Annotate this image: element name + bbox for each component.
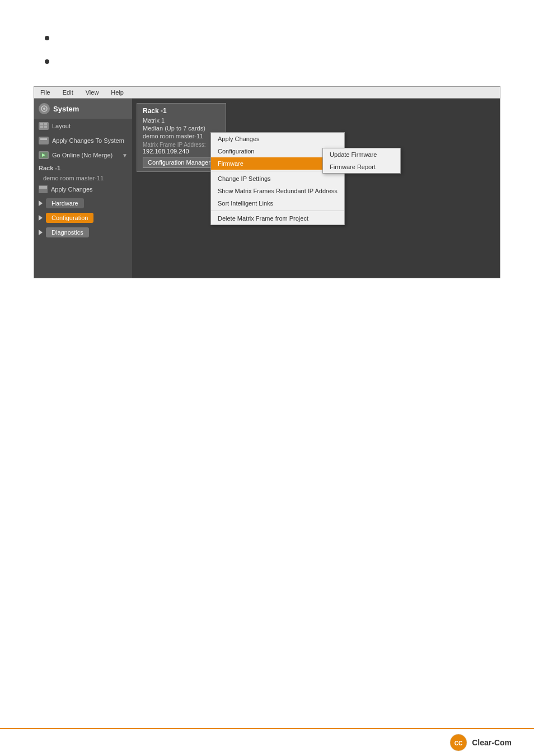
config-arrow-icon: [39, 215, 43, 221]
clear-com-logo: CC Clear-Com: [449, 734, 512, 752]
sidebar-rack-label: Rack -1: [34, 162, 132, 174]
bullet-dot-1: [45, 36, 49, 40]
info-card-ip: 192.168.109.240: [143, 148, 220, 155]
info-card-ip-label: Matrix Frame IP Address:: [143, 142, 220, 148]
menu-bar: File Edit View Help: [34, 87, 500, 99]
bullet-item-2: [45, 57, 534, 64]
ctx-delete-frame[interactable]: Delete Matrix Frame from Project: [211, 212, 344, 225]
apply-system-icon: [39, 137, 49, 144]
svg-rect-2: [40, 123, 43, 125]
sidebar-apply-changes[interactable]: Apply Changes: [34, 183, 132, 196]
submenu: Update Firmware Firmware Report: [322, 148, 401, 174]
sidebar-go-online[interactable]: Go Online (No Merge) ▼: [34, 148, 132, 162]
diagnostics-arrow-icon: [39, 230, 43, 235]
ctx-firmware-label: Firmware: [218, 160, 243, 167]
page-footer: CC Clear-Com: [0, 728, 534, 756]
sidebar-configuration[interactable]: Configuration: [34, 211, 132, 225]
submenu-firmware-report[interactable]: Firmware Report: [323, 161, 400, 173]
bullet-item-1: [45, 34, 534, 40]
ctx-apply-changes[interactable]: Apply Changes: [211, 133, 344, 145]
apply-changes-icon: [39, 185, 48, 193]
go-online-label: Go Online (No Merge): [52, 152, 113, 158]
svg-rect-11: [39, 186, 47, 189]
info-card-median: Median (Up to 7 cards): [143, 125, 220, 132]
apply-system-label: Apply Changes To System: [52, 137, 124, 144]
sidebar-title: System: [53, 105, 79, 113]
svg-rect-5: [44, 126, 47, 128]
go-online-arrow: ▼: [122, 152, 128, 158]
apply-changes-label: Apply Changes: [51, 186, 93, 193]
system-icon: [39, 103, 50, 114]
svg-rect-3: [44, 123, 47, 125]
ctx-change-ip[interactable]: Change IP Settings: [211, 172, 344, 185]
configuration-label: Configuration: [46, 213, 93, 223]
bullet-section: [45, 34, 534, 64]
hardware-arrow-icon: [39, 200, 43, 206]
hardware-label: Hardware: [46, 198, 84, 208]
app-window: File Edit View Help System: [34, 86, 500, 278]
ctx-show-redundant-label: Show Matrix Frames Redundant IP Address: [218, 188, 338, 194]
layout-icon: [39, 122, 49, 130]
sidebar: System Layout: [34, 99, 132, 278]
diagnostics-label: Diagnostics: [46, 227, 89, 237]
info-card-device: demo room master-11: [143, 133, 220, 139]
context-menu: Apply Changes Configuration Firmware Cha…: [210, 132, 345, 225]
sidebar-header: System: [34, 99, 132, 119]
ctx-delete-frame-label: Delete Matrix Frame from Project: [218, 215, 308, 222]
sidebar-apply-system[interactable]: Apply Changes To System: [34, 133, 132, 148]
ctx-configuration-label: Configuration: [218, 148, 254, 155]
main-panel: Rack -1 Matrix 1 Median (Up to 7 cards) …: [132, 99, 500, 278]
sidebar-device-label: demo room master-11: [34, 174, 132, 183]
config-manager-button[interactable]: Configuration Manager: [143, 157, 216, 168]
menu-help[interactable]: Help: [109, 88, 125, 96]
info-card-title: Rack -1: [143, 107, 220, 115]
svg-point-1: [43, 108, 45, 110]
ctx-separator-2: [211, 211, 344, 211]
svg-text:CC: CC: [455, 740, 462, 746]
sidebar-hardware[interactable]: Hardware: [34, 196, 132, 211]
svg-rect-4: [40, 126, 43, 128]
clear-com-logo-icon: CC: [449, 734, 467, 752]
submenu-update-firmware[interactable]: Update Firmware: [323, 148, 400, 161]
svg-rect-7: [40, 138, 47, 140]
clear-com-text: Clear-Com: [472, 738, 512, 747]
ctx-sort-links-label: Sort Intelligent Links: [218, 200, 273, 207]
info-card-matrix: Matrix 1: [143, 117, 220, 124]
ctx-apply-changes-label: Apply Changes: [218, 136, 260, 142]
ctx-sort-links[interactable]: Sort Intelligent Links: [211, 197, 344, 209]
menu-file[interactable]: File: [39, 88, 52, 96]
menu-edit[interactable]: Edit: [61, 88, 75, 96]
sidebar-layout[interactable]: Layout: [34, 119, 132, 133]
app-body: System Layout: [34, 99, 500, 278]
menu-view[interactable]: View: [84, 88, 101, 96]
sidebar-diagnostics[interactable]: Diagnostics: [34, 225, 132, 240]
online-icon: [39, 151, 49, 159]
ctx-show-redundant[interactable]: Show Matrix Frames Redundant IP Address: [211, 185, 344, 197]
ctx-change-ip-label: Change IP Settings: [218, 175, 271, 182]
layout-label: Layout: [52, 123, 71, 129]
bullet-dot-2: [45, 59, 49, 64]
